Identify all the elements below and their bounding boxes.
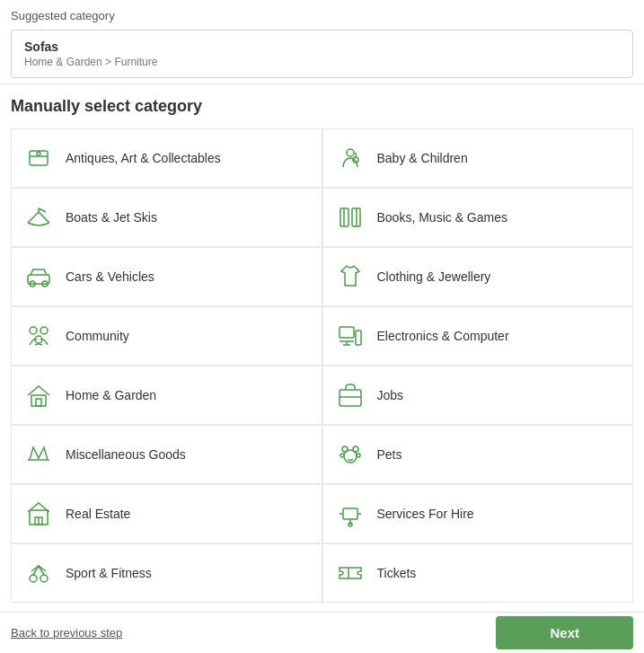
category-grid: Antiques, Art & CollectablesBaby & Child… xyxy=(11,128,633,603)
category-name-boats: Boats & Jet Skis xyxy=(66,210,157,225)
category-name-realestate: Real Estate xyxy=(66,507,130,521)
category-item-tickets[interactable]: Tickets xyxy=(322,543,634,603)
suggested-item[interactable]: Sofas Home & Garden > Furniture xyxy=(11,30,633,78)
svg-rect-0 xyxy=(30,151,48,165)
home-icon xyxy=(22,379,55,411)
clothing-icon xyxy=(334,260,366,293)
category-name-electronics: Electronics & Computer xyxy=(377,329,509,343)
svg-point-41 xyxy=(40,575,48,582)
community-icon xyxy=(22,320,55,352)
category-name-books: Books, Music & Games xyxy=(377,210,508,225)
category-name-pets: Pets xyxy=(377,447,402,462)
baby-icon xyxy=(334,142,366,174)
svg-point-2 xyxy=(37,152,40,155)
svg-point-31 xyxy=(357,454,360,457)
suggested-section: Suggested category Sofas Home & Garden >… xyxy=(0,0,644,84)
pets-icon xyxy=(334,438,366,471)
cars-icon xyxy=(22,260,55,293)
category-name-tickets: Tickets xyxy=(377,566,417,580)
category-item-realestate[interactable]: Real Estate xyxy=(11,484,322,543)
services-icon xyxy=(334,498,366,530)
category-name-community: Community xyxy=(66,329,129,343)
category-name-sport: Sport & Fitness xyxy=(66,566,152,580)
category-item-sport[interactable]: Sport & Fitness xyxy=(11,543,322,603)
category-item-pets[interactable]: Pets xyxy=(322,425,634,484)
svg-rect-23 xyxy=(36,399,41,406)
boats-icon xyxy=(22,201,55,234)
svg-point-15 xyxy=(40,327,48,334)
svg-point-28 xyxy=(342,446,348,452)
books-icon xyxy=(334,201,366,234)
category-name-cars: Cars & Vehicles xyxy=(66,269,154,284)
svg-rect-24 xyxy=(340,390,361,406)
category-item-boats[interactable]: Boats & Jet Skis xyxy=(11,188,322,247)
svg-rect-18 xyxy=(356,331,361,345)
suggested-item-title: Sofas xyxy=(24,40,620,54)
category-name-services: Services For Hire xyxy=(377,507,474,521)
category-name-clothing: Clothing & Jewellery xyxy=(377,269,491,284)
back-link[interactable]: Back to previous step xyxy=(11,626,122,640)
category-item-antiques[interactable]: Antiques, Art & Collectables xyxy=(11,128,322,188)
category-item-baby[interactable]: Baby & Children xyxy=(322,128,634,188)
category-item-jobs[interactable]: Jobs xyxy=(322,366,634,425)
sport-icon xyxy=(22,557,55,589)
category-item-community[interactable]: Community xyxy=(11,306,322,366)
category-name-antiques: Antiques, Art & Collectables xyxy=(66,151,221,165)
svg-point-30 xyxy=(340,454,344,457)
suggested-label: Suggested category xyxy=(11,9,633,22)
svg-point-14 xyxy=(30,327,37,334)
svg-rect-35 xyxy=(343,508,357,519)
jobs-icon xyxy=(334,379,366,411)
manual-section-label: Manually select category xyxy=(11,97,633,116)
antiques-icon xyxy=(22,142,55,174)
svg-point-29 xyxy=(353,446,358,452)
category-item-services[interactable]: Services For Hire xyxy=(322,484,634,543)
category-name-home: Home & Garden xyxy=(66,388,156,402)
category-item-home[interactable]: Home & Garden xyxy=(11,366,322,425)
category-name-jobs: Jobs xyxy=(377,388,404,402)
misc-icon xyxy=(22,438,55,471)
category-name-baby: Baby & Children xyxy=(377,151,468,165)
svg-line-6 xyxy=(39,208,46,212)
svg-point-3 xyxy=(347,149,354,156)
category-item-clothing[interactable]: Clothing & Jewellery xyxy=(322,247,634,306)
realestate-icon xyxy=(22,498,55,530)
suggested-item-subtitle: Home & Garden > Furniture xyxy=(24,56,620,68)
footer-bar: Back to previous step Next xyxy=(0,612,644,653)
svg-rect-22 xyxy=(31,395,46,406)
electronics-icon xyxy=(334,320,366,352)
category-item-books[interactable]: Books, Music & Games xyxy=(322,188,634,247)
manual-section: Manually select category Antiques, Art &… xyxy=(0,84,644,653)
next-button[interactable]: Next xyxy=(496,616,633,649)
category-item-cars[interactable]: Cars & Vehicles xyxy=(11,247,322,306)
tickets-icon xyxy=(334,557,366,589)
category-name-misc: Miscellaneous Goods xyxy=(66,447,186,462)
category-item-electronics[interactable]: Electronics & Computer xyxy=(322,306,634,366)
svg-point-40 xyxy=(30,575,37,582)
category-item-misc[interactable]: Miscellaneous Goods xyxy=(11,425,322,484)
svg-rect-17 xyxy=(340,327,354,338)
svg-rect-11 xyxy=(28,275,49,284)
